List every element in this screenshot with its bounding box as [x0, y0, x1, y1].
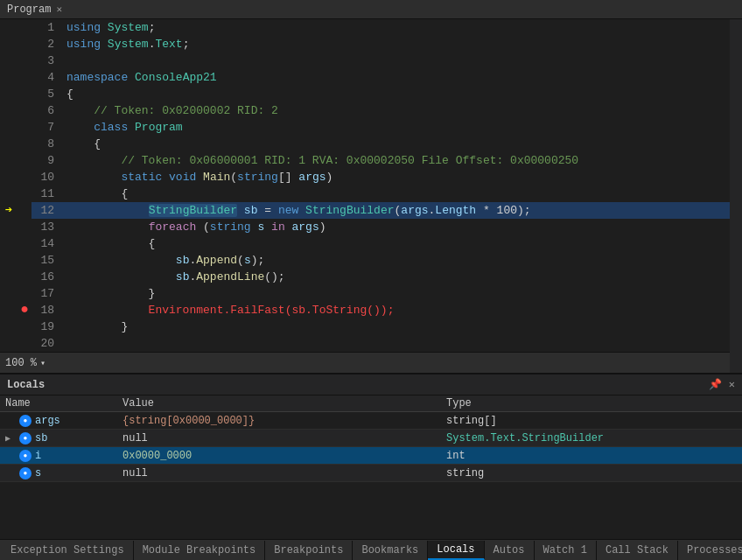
- locals-col-name: ●i: [0, 447, 117, 465]
- locals-col-name: ●args: [0, 412, 117, 430]
- code-line[interactable]: {: [63, 186, 730, 202]
- code-line[interactable]: {: [63, 136, 730, 152]
- editor-scrollbar[interactable]: [730, 19, 742, 373]
- gutter-bp[interactable]: [18, 186, 32, 202]
- gutter-bp[interactable]: [18, 235, 32, 252]
- gutter-bp[interactable]: [18, 219, 32, 235]
- panel-pin-icon[interactable]: 📌: [709, 378, 722, 391]
- code-line[interactable]: sb.AppendLine();: [63, 269, 730, 285]
- var-type: string[]: [446, 415, 497, 427]
- gutter-arrow: [0, 136, 18, 152]
- gutter-bp[interactable]: [18, 136, 32, 152]
- line-number: 12: [32, 202, 63, 219]
- bottom-tab-watch-1[interactable]: Watch 1: [535, 541, 597, 560]
- panel-close-icon[interactable]: ✕: [729, 378, 735, 391]
- bottom-tabs-list: Exception SettingsModule BreakpointsBrea…: [2, 541, 742, 560]
- gutter-bp[interactable]: [18, 202, 32, 219]
- gutter-bp[interactable]: [18, 36, 32, 52]
- bottom-tab-bookmarks[interactable]: Bookmarks: [353, 541, 428, 560]
- gutter-bp[interactable]: [18, 269, 32, 285]
- locals-table-wrap[interactable]: Name Value Type ●args{string[0x0000_0000…: [0, 396, 742, 539]
- expand-icon[interactable]: ▶: [5, 433, 16, 444]
- code-scroll[interactable]: 1using System;2using System.Text;3 4name…: [0, 19, 730, 352]
- gutter-arrow: [0, 36, 18, 52]
- code-row: 6 // Token: 0x02000002 RID: 2: [0, 102, 730, 119]
- bottom-tab-exception-settings[interactable]: Exception Settings: [2, 541, 134, 560]
- gutter-arrow: [0, 235, 18, 252]
- code-line[interactable]: Environment.FailFast(sb.ToString());: [63, 302, 730, 318]
- code-row: 20: [0, 335, 730, 352]
- gutter-bp[interactable]: [18, 52, 32, 69]
- locals-row[interactable]: ●args{string[0x0000_0000]}string[]: [0, 412, 742, 430]
- code-row: ➔12 StringBuilder sb = new StringBuilder…: [0, 202, 730, 219]
- code-line[interactable]: class Program: [63, 119, 730, 136]
- bottom-tab-autos[interactable]: Autos: [485, 541, 535, 560]
- code-line[interactable]: static void Main(string[] args): [63, 169, 730, 186]
- code-line[interactable]: [63, 52, 730, 69]
- line-number: 10: [32, 169, 63, 186]
- locals-col-value: 0x0000_0000: [117, 447, 441, 465]
- gutter-arrow: [0, 86, 18, 102]
- gutter-bp[interactable]: [18, 102, 32, 119]
- gutter-bp[interactable]: ●: [18, 302, 32, 318]
- close-icon[interactable]: ✕: [56, 4, 62, 15]
- locals-col-name: ▶●sb: [0, 430, 117, 447]
- gutter-bp[interactable]: [18, 318, 32, 335]
- code-row: 16 sb.AppendLine();: [0, 269, 730, 285]
- locals-row[interactable]: ●i0x0000_0000int: [0, 447, 742, 465]
- code-line[interactable]: }: [63, 318, 730, 335]
- bottom-tab-processes[interactable]: Processes: [678, 541, 742, 560]
- gutter-arrow: [0, 19, 18, 36]
- bottom-tab-locals[interactable]: Locals: [428, 541, 484, 560]
- bottom-tab-breakpoints[interactable]: Breakpoints: [265, 541, 353, 560]
- locals-row[interactable]: ●snullstring: [0, 465, 742, 482]
- code-line[interactable]: using System;: [63, 19, 730, 36]
- zoom-arrow-icon[interactable]: ▾: [40, 358, 46, 368]
- code-row: 4namespace ConsoleApp21: [0, 69, 730, 86]
- code-line[interactable]: namespace ConsoleApp21: [63, 69, 730, 86]
- code-line[interactable]: {: [63, 86, 730, 102]
- gutter-arrow: [0, 318, 18, 335]
- var-icon: ●: [19, 450, 32, 462]
- panel-controls: 📌 ✕: [709, 378, 735, 391]
- gutter-bp[interactable]: [18, 152, 32, 169]
- var-icon: ●: [19, 415, 32, 427]
- locals-row[interactable]: ▶●sbnullSystem.Text.StringBuilder: [0, 430, 742, 447]
- gutter-bp[interactable]: [18, 86, 32, 102]
- code-line[interactable]: sb.Append(s);: [63, 252, 730, 269]
- gutter-bp[interactable]: [18, 169, 32, 186]
- gutter-bp[interactable]: [18, 335, 32, 352]
- col-header-type: Type: [441, 396, 742, 412]
- line-number: 5: [32, 86, 63, 102]
- line-number: 17: [32, 285, 63, 302]
- gutter-bp[interactable]: [18, 19, 32, 36]
- panel-header: Locals 📌 ✕: [0, 374, 742, 396]
- locals-col-value: null: [117, 430, 441, 447]
- line-number: 2: [32, 36, 63, 52]
- gutter-bp[interactable]: [18, 252, 32, 269]
- locals-col-type: string[]: [441, 412, 742, 430]
- gutter-bp[interactable]: [18, 285, 32, 302]
- line-number: 20: [32, 335, 63, 352]
- bottom-tab-call-stack[interactable]: Call Stack: [597, 541, 678, 560]
- code-line[interactable]: }: [63, 285, 730, 302]
- line-number: 7: [32, 119, 63, 136]
- gutter-arrow: [0, 219, 18, 235]
- bottom-tab-module-breakpoints[interactable]: Module Breakpoints: [134, 541, 266, 560]
- gutter-bp[interactable]: [18, 119, 32, 136]
- locals-col-name: ●s: [0, 465, 117, 482]
- gutter-arrow: [0, 186, 18, 202]
- locals-col-value: {string[0x0000_0000]}: [117, 412, 441, 430]
- code-row: 11 {: [0, 186, 730, 202]
- panel-title: Locals: [7, 379, 45, 391]
- gutter-bp[interactable]: [18, 69, 32, 86]
- code-line[interactable]: [63, 335, 730, 352]
- code-line[interactable]: {: [63, 235, 730, 252]
- code-line[interactable]: // Token: 0x02000002 RID: 2: [63, 102, 730, 119]
- code-line[interactable]: StringBuilder sb = new StringBuilder(arg…: [63, 202, 730, 219]
- locals-col-type: string: [441, 465, 742, 482]
- code-line[interactable]: using System.Text;: [63, 36, 730, 52]
- code-line[interactable]: // Token: 0x06000001 RID: 1 RVA: 0x00002…: [63, 152, 730, 169]
- code-row: 15 sb.Append(s);: [0, 252, 730, 269]
- code-line[interactable]: foreach (string s in args): [63, 219, 730, 235]
